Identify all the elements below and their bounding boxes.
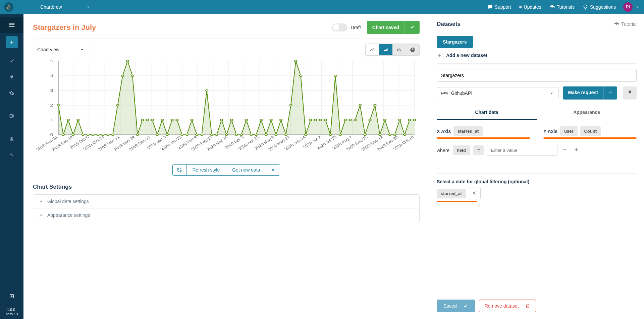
chat-icon <box>487 4 493 10</box>
dot-icon <box>519 6 522 8</box>
nav-suggestions[interactable]: Suggestions <box>579 4 620 10</box>
user-avatar[interactable]: RI <box>623 2 633 12</box>
project-name: Chartbrew <box>40 4 62 10</box>
top-nav: Chartbrew Support Updates Tutorials Sugg… <box>0 0 644 14</box>
nav-support[interactable]: Support <box>483 4 515 10</box>
user-menu-caret-icon[interactable] <box>635 4 640 10</box>
graduation-icon <box>549 4 555 10</box>
nav-updates[interactable]: Updates <box>515 4 545 10</box>
svg-point-0 <box>7 7 10 9</box>
caret-down-icon <box>86 4 91 10</box>
app-logo[interactable] <box>4 2 13 12</box>
nav-tutorials[interactable]: Tutorials <box>545 4 579 10</box>
project-dropdown[interactable]: Chartbrew <box>40 4 91 10</box>
lightbulb-icon <box>583 4 588 10</box>
